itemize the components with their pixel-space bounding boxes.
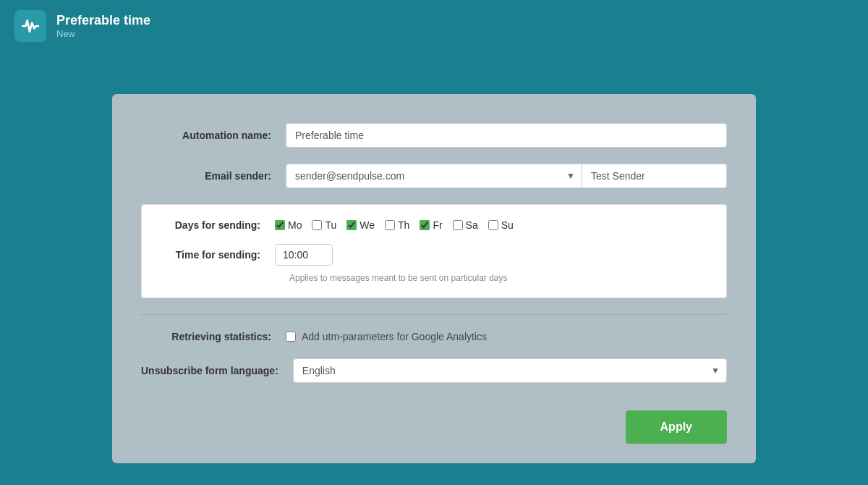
email-sender-group: sender@sendpulse.com ▼ (286, 164, 727, 188)
time-for-sending-row: Time for sending: (159, 244, 709, 266)
checkbox-tu[interactable] (312, 220, 322, 230)
utm-checkbox[interactable] (286, 332, 296, 342)
apply-button[interactable]: Apply (626, 410, 727, 444)
time-for-sending-label: Time for sending: (159, 249, 275, 261)
day-fr[interactable]: Fr (420, 219, 442, 231)
days-popup: Days for sending: Mo Tu We Th Fr S (141, 204, 727, 298)
automation-name-control (286, 123, 727, 148)
utm-checkbox-text: Add utm-parameters for Google Analytics (302, 331, 487, 342)
main-card: Automation name: Email sender: sender@se… (112, 94, 756, 463)
sender-name-input[interactable] (582, 164, 727, 188)
email-sender-row: Email sender: sender@sendpulse.com ▼ (112, 164, 756, 188)
utm-checkbox-wrap: Add utm-parameters for Google Analytics (286, 331, 727, 342)
automation-name-row: Automation name: (112, 123, 756, 148)
checkbox-fr[interactable] (420, 220, 430, 230)
day-tu[interactable]: Tu (312, 219, 336, 231)
app-icon (14, 10, 46, 42)
divider (141, 314, 727, 315)
language-select[interactable]: English Russian Spanish French German (293, 358, 727, 383)
checkbox-mo[interactable] (275, 220, 285, 230)
day-mo[interactable]: Mo (275, 219, 302, 231)
day-th[interactable]: Th (385, 219, 409, 231)
checkbox-we[interactable] (346, 220, 357, 230)
retrieving-statistics-label: Retrieving statistics: (141, 331, 286, 342)
email-sender-label: Email sender: (141, 170, 286, 182)
utm-checkbox-label[interactable]: Add utm-parameters for Google Analytics (286, 331, 727, 342)
time-hint: Applies to messages meant to be sent on … (289, 273, 709, 283)
time-input[interactable] (275, 244, 333, 266)
checkbox-sa[interactable] (453, 220, 463, 230)
automation-name-label: Automation name: (141, 130, 286, 141)
page-subtitle: New (56, 28, 150, 39)
apply-row: Apply (112, 399, 756, 444)
email-sender-select[interactable]: sender@sendpulse.com (286, 164, 582, 188)
automation-name-input[interactable] (286, 123, 727, 148)
header-text: Preferable time New (56, 13, 150, 39)
header: Preferable time New (0, 0, 868, 52)
retrieving-statistics-row: Retrieving statistics: Add utm-parameter… (112, 331, 756, 342)
day-su[interactable]: Su (488, 219, 514, 231)
pulse-icon (21, 17, 40, 35)
page-title: Preferable time (56, 13, 150, 28)
days-for-sending-label: Days for sending: (159, 219, 275, 231)
language-select-wrap: English Russian Spanish French German ▼ (293, 358, 727, 383)
checkbox-su[interactable] (488, 220, 498, 230)
unsubscribe-language-label: Unsubscribe form language: (141, 365, 293, 376)
days-checkboxes: Mo Tu We Th Fr Sa Su (275, 219, 514, 231)
unsubscribe-language-row: Unsubscribe form language: English Russi… (112, 358, 756, 383)
day-we[interactable]: We (346, 219, 375, 231)
day-sa[interactable]: Sa (453, 219, 478, 231)
email-sender-select-wrap: sender@sendpulse.com ▼ (286, 164, 582, 188)
checkbox-th[interactable] (385, 220, 395, 230)
days-for-sending-row: Days for sending: Mo Tu We Th Fr S (159, 219, 709, 231)
